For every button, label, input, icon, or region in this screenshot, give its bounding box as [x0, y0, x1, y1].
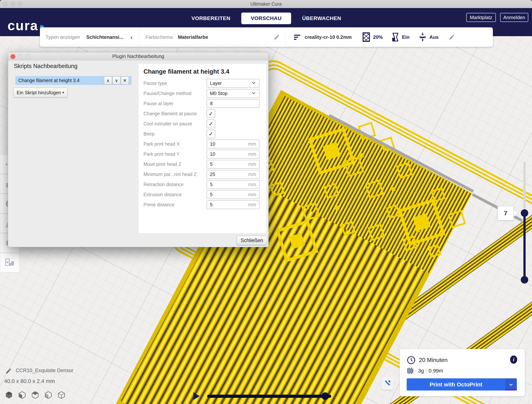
form-row: Cool extruder on pause ✓ — [144, 119, 260, 128]
park-y-input[interactable]: 10mm — [207, 150, 260, 159]
dialog-titlebar[interactable]: Plugin Nachbearbeitung — [8, 52, 268, 60]
rename-pencil-icon[interactable] — [5, 368, 12, 374]
cool-extruder-checkbox[interactable]: ✓ — [207, 120, 215, 128]
print-button-dropdown[interactable] — [505, 378, 517, 391]
support-state-value[interactable]: Ein — [402, 34, 410, 40]
cura-logo: cura — [7, 18, 38, 33]
dialog-close-button[interactable] — [11, 54, 15, 59]
form-row: Change filament at pause ✓ — [144, 109, 260, 118]
script-item-label: Change filament at height 3.4 — [15, 78, 80, 83]
object-name[interactable]: CCR10_Exquisite Densor — [16, 368, 73, 373]
adhesion-state-value[interactable]: Aus — [429, 34, 438, 40]
layer-slider-upper-handle[interactable] — [521, 209, 528, 217]
tab-vorschau[interactable]: VORSCHAU — [241, 13, 291, 24]
window-minimize-button[interactable] — [10, 2, 15, 6]
script-list-item-selected[interactable]: Change filament at height 3.4 ∧ ∨ ✕ — [15, 76, 132, 85]
tab-ueberwachen[interactable]: ÜBERWACHEN — [302, 13, 341, 24]
machine-settings-button[interactable] — [381, 377, 394, 390]
edit-pencil-icon[interactable] — [274, 34, 280, 40]
pause-type-select[interactable]: Layer — [207, 79, 260, 88]
color-scheme-label: Farbschema — [146, 34, 173, 40]
check-icon: ✓ — [209, 110, 213, 117]
dialog-zoom-button[interactable] — [25, 54, 30, 59]
timeline-thumb[interactable] — [322, 392, 329, 400]
chevron-down-icon — [251, 80, 256, 85]
extrusion-distance-input[interactable]: 5mm — [207, 190, 260, 199]
move-script-down-button[interactable]: ∨ — [112, 77, 120, 84]
layer-slider-range[interactable] — [523, 213, 526, 280]
infill-icon — [362, 32, 370, 42]
wrench-hammer-icon — [384, 379, 392, 387]
view-cube-top-icon[interactable] — [31, 391, 39, 399]
park-x-input[interactable]: 10mm — [207, 140, 260, 148]
print-time-value: 20 Minuten — [419, 357, 448, 364]
form-row: Pause at layer 8 — [144, 99, 260, 108]
play-button[interactable] — [193, 392, 200, 400]
move-z-input[interactable]: 5mm — [207, 160, 260, 169]
support-icon — [392, 32, 399, 42]
material-value: 3g · 0.99m — [418, 368, 443, 374]
timeline-slider[interactable] — [207, 395, 331, 398]
pause-at-layer-input[interactable]: 8 — [207, 99, 260, 108]
view-cube-outline-icon[interactable] — [57, 391, 66, 399]
prime-distance-input[interactable]: 5mm — [207, 200, 260, 209]
minimum-z-input[interactable]: 25mm — [207, 170, 260, 179]
form-row: Minimum par...rint head Z 25mm — [144, 170, 260, 179]
view-cube-front-icon[interactable] — [18, 391, 26, 399]
form-row: Beep ✓ — [144, 129, 260, 138]
chevron-down-icon — [509, 382, 513, 387]
adhesion-icon — [418, 32, 427, 42]
change-filament-checkbox[interactable]: ✓ — [207, 109, 215, 118]
edit-pencil-icon[interactable] — [449, 34, 455, 40]
remove-script-button[interactable]: ✕ — [121, 77, 129, 84]
beep-checkbox[interactable]: ✓ — [207, 130, 215, 138]
retraction-distance-input[interactable]: 5mm — [207, 180, 260, 189]
signin-button[interactable]: Anmelden — [500, 13, 528, 22]
chevron-down-icon — [251, 90, 256, 95]
form-row: Extrusion distance 5mm — [144, 190, 260, 199]
filament-icon — [407, 367, 414, 375]
pause-method-select[interactable]: M0 Stop — [207, 89, 260, 98]
info-icon[interactable]: i — [510, 355, 517, 364]
material-row: 3g · 0.99m — [407, 367, 443, 375]
add-script-button[interactable]: Ein Skript hinzufügen ▾ — [13, 88, 67, 97]
marketplace-button[interactable]: Marktplatz — [466, 13, 496, 22]
printer-profile-value[interactable]: creality-cr-10 0.2mm — [304, 34, 352, 40]
collapse-chevron-icon[interactable]: ‹ — [131, 33, 133, 41]
object-dimensions: 40.0 x 80.0 x 2.4 mm — [4, 378, 55, 384]
layer-slider-track[interactable] — [523, 161, 526, 214]
support-blocker-icon — [4, 257, 15, 268]
print-time-row: 20 Minuten — [407, 356, 448, 365]
post-processing-dialog: Plugin Nachbearbeitung Skripts Nachbearb… — [8, 52, 269, 247]
layers-icon — [293, 33, 301, 42]
window-titlebar[interactable]: Ultimaker Cura — [0, 0, 532, 8]
view-type-value[interactable]: Schichtenansi... — [86, 34, 123, 40]
tab-vorbereiten[interactable]: VORBEREITEN — [191, 13, 229, 24]
caret-down-icon: ▾ — [62, 90, 64, 95]
dialog-title: Plugin Nachbearbeitung — [112, 53, 164, 59]
color-scheme-value[interactable]: Materialfarbe — [178, 34, 208, 40]
window-zoom-button[interactable] — [18, 2, 22, 6]
layer-tooltip: 7 — [498, 206, 514, 220]
form-row: Retraction distance 5mm — [144, 180, 260, 189]
print-info-card: 20 Minuten i 3g · 0.99m Print with OctoP… — [399, 349, 525, 396]
view-cube-left-icon[interactable] — [44, 391, 52, 399]
print-button[interactable]: Print with OctoPrint — [407, 378, 517, 391]
form-row: Park print head X 10mm — [144, 140, 260, 148]
tool-support-blocker-button[interactable] — [0, 253, 19, 272]
check-icon: ✓ — [209, 121, 213, 127]
dialog-minimize-button[interactable] — [18, 54, 22, 59]
form-row: Prime distance 5mm — [144, 200, 260, 209]
layer-slider-lower-handle[interactable] — [521, 276, 528, 283]
form-row: Pause type Layer — [144, 79, 260, 88]
close-dialog-button[interactable]: Schließen — [237, 236, 267, 245]
form-row: Move print head Z 5mm — [144, 160, 260, 169]
move-script-up-button[interactable]: ∧ — [104, 77, 112, 84]
view-cube-solid-icon[interactable] — [5, 391, 13, 399]
scripts-heading: Skripts Nachbearbeitung — [14, 63, 77, 70]
window-title: Ultimaker Cura — [0, 0, 532, 8]
clock-icon — [407, 356, 416, 365]
form-row: Pause/Change method M0 Stop — [144, 89, 260, 98]
infill-percent-value[interactable]: 20% — [373, 34, 383, 40]
window-close-button[interactable] — [3, 2, 8, 6]
